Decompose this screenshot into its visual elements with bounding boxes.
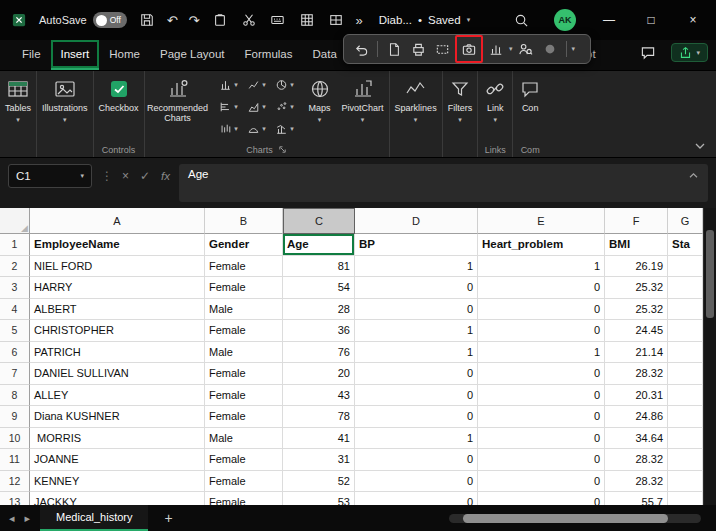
- row-header-6[interactable]: 6: [0, 342, 30, 364]
- row-header-2[interactable]: 2: [0, 256, 30, 278]
- cell-B11[interactable]: Female: [205, 449, 283, 471]
- cell-D5[interactable]: 1: [355, 320, 478, 342]
- collapse-ribbon-icon[interactable]: [694, 136, 706, 154]
- close-button[interactable]: ×: [684, 13, 702, 27]
- comment-button[interactable]: Con: [513, 71, 547, 142]
- cell-B1[interactable]: Gender: [205, 234, 283, 256]
- tab-insert[interactable]: Insert: [51, 40, 100, 70]
- cell-C2[interactable]: 81: [283, 256, 355, 278]
- prev-sheet-icon[interactable]: ◂: [9, 512, 15, 525]
- cell-D13[interactable]: 0: [355, 492, 478, 505]
- cell-B8[interactable]: Female: [205, 385, 283, 407]
- cell-E9[interactable]: 0: [478, 406, 605, 428]
- row-header-4[interactable]: 4: [0, 299, 30, 321]
- autosave-toggle[interactable]: Off: [93, 12, 127, 28]
- cell-C1[interactable]: Age: [283, 234, 355, 256]
- blank-page-icon[interactable]: [383, 38, 405, 60]
- row-header-8[interactable]: 8: [0, 385, 30, 407]
- cell-A2[interactable]: NIEL FORD: [30, 256, 205, 278]
- cell-F12[interactable]: 28.32: [605, 471, 668, 493]
- tab-home[interactable]: Home: [99, 40, 150, 70]
- cell-F13[interactable]: 55.7: [605, 492, 668, 505]
- cell-A9[interactable]: Diana KUSHNER: [30, 406, 205, 428]
- record-circle-icon[interactable]: [539, 38, 561, 60]
- combo-chart-button[interactable]: ▾: [271, 118, 299, 140]
- row-header-5[interactable]: 5: [0, 320, 30, 342]
- cell-D2[interactable]: 1: [355, 256, 478, 278]
- scatter-chart-button[interactable]: ▾: [271, 96, 299, 118]
- tab-page-layout[interactable]: Page Layout: [150, 40, 235, 70]
- cell-G13[interactable]: [668, 492, 703, 505]
- horizontal-scroll-thumb[interactable]: [463, 514, 668, 523]
- cell-F7[interactable]: 28.32: [605, 363, 668, 385]
- cell-D12[interactable]: 0: [355, 471, 478, 493]
- cell-B7[interactable]: Female: [205, 363, 283, 385]
- cells-icon[interactable]: [327, 11, 345, 29]
- cell-F10[interactable]: 34.64: [605, 428, 668, 450]
- row-header-9[interactable]: 9: [0, 406, 30, 428]
- undo-icon[interactable]: ↶: [167, 13, 178, 28]
- tables-button[interactable]: Tables ▾: [0, 71, 36, 142]
- cell-D9[interactable]: 0: [355, 406, 478, 428]
- cell-B10[interactable]: Male: [205, 428, 283, 450]
- minimize-button[interactable]: —: [600, 13, 618, 27]
- screen-clip-icon[interactable]: [431, 38, 453, 60]
- row-header-1[interactable]: 1: [0, 234, 30, 256]
- column-header-E[interactable]: E: [478, 208, 605, 234]
- cell-G2[interactable]: [668, 256, 703, 278]
- cell-E12[interactable]: 0: [478, 471, 605, 493]
- column-chart-button[interactable]: ▾: [215, 74, 243, 96]
- cell-A6[interactable]: PATRICH: [30, 342, 205, 364]
- cell-D3[interactable]: 0: [355, 277, 478, 299]
- select-all-button[interactable]: ◢: [0, 208, 30, 234]
- filters-button[interactable]: Filters ▾: [443, 71, 478, 142]
- recommended-charts-button[interactable]: Recommended Charts: [145, 71, 211, 142]
- print-icon[interactable]: [407, 38, 429, 60]
- cell-E6[interactable]: 1: [478, 342, 605, 364]
- cut-icon[interactable]: [240, 11, 258, 29]
- stock-chart-button[interactable]: ▾: [215, 118, 243, 140]
- dialog-launcher-icon[interactable]: [278, 145, 287, 154]
- formula-bar-handle[interactable]: ⋮: [101, 164, 113, 188]
- cell-B5[interactable]: Female: [205, 320, 283, 342]
- column-header-C[interactable]: C: [283, 208, 355, 234]
- cell-C7[interactable]: 20: [283, 363, 355, 385]
- cell-E10[interactable]: 0: [478, 428, 605, 450]
- cell-B13[interactable]: Female: [205, 492, 283, 505]
- cell-C3[interactable]: 54: [283, 277, 355, 299]
- horizontal-scrollbar[interactable]: [449, 514, 701, 523]
- checkbox-button[interactable]: Checkbox: [94, 71, 144, 142]
- formula-input[interactable]: Age: [179, 164, 708, 202]
- cell-D11[interactable]: 0: [355, 449, 478, 471]
- cell-G9[interactable]: [668, 406, 703, 428]
- cell-F11[interactable]: 28.32: [605, 449, 668, 471]
- enter-icon[interactable]: ✓: [140, 169, 150, 183]
- row-header-7[interactable]: 7: [0, 363, 30, 385]
- cell-A4[interactable]: ALBERT: [30, 299, 205, 321]
- cell-G3[interactable]: [668, 277, 703, 299]
- area-chart-button[interactable]: ▾: [243, 96, 271, 118]
- tab-formulas[interactable]: Formulas: [235, 40, 303, 70]
- cell-B3[interactable]: Female: [205, 277, 283, 299]
- cell-C12[interactable]: 52: [283, 471, 355, 493]
- row-header-3[interactable]: 3: [0, 277, 30, 299]
- cell-F3[interactable]: 25.32: [605, 277, 668, 299]
- camera-icon[interactable]: [458, 38, 480, 60]
- table-style-icon[interactable]: [298, 11, 316, 29]
- cell-C11[interactable]: 31: [283, 449, 355, 471]
- sheet-tab-medical-history[interactable]: Medical_history: [40, 505, 148, 531]
- pivotchart-button[interactable]: PivotChart ▾: [337, 71, 389, 142]
- cell-A13[interactable]: JACKKY: [30, 492, 205, 505]
- cell-G10[interactable]: [668, 428, 703, 450]
- expand-formula-bar-icon[interactable]: [688, 169, 699, 181]
- cell-A7[interactable]: DANIEL SULLIVAN: [30, 363, 205, 385]
- cell-C13[interactable]: 53: [283, 492, 355, 505]
- chevron-down-icon[interactable]: ▾: [509, 45, 513, 53]
- column-header-D[interactable]: D: [355, 208, 478, 234]
- maximize-button[interactable]: □: [642, 13, 660, 27]
- column-header-G[interactable]: G: [668, 208, 703, 234]
- sparklines-button[interactable]: Sparklines ▾: [390, 71, 442, 142]
- tab-file[interactable]: File: [12, 40, 51, 70]
- maps-button[interactable]: Maps ▾: [303, 71, 337, 142]
- illustrations-button[interactable]: Illustrations ▾: [37, 71, 93, 142]
